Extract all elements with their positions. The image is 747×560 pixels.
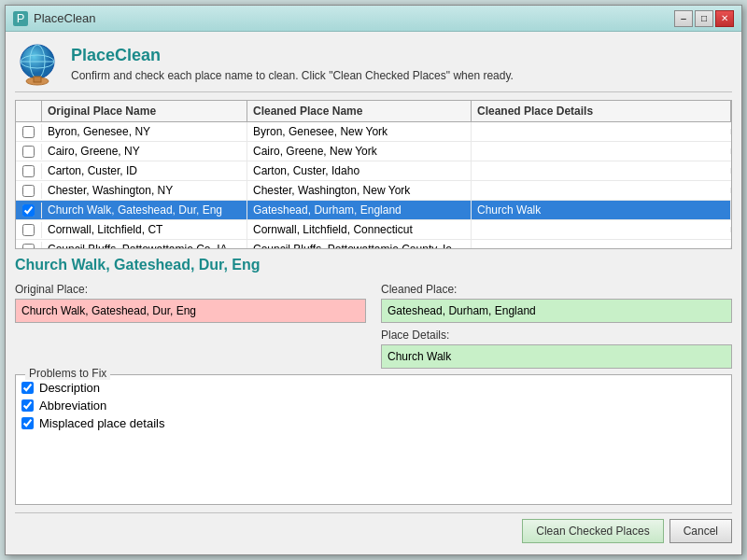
title-bar: P PlaceClean – □ ✕ [6,6,741,32]
row-checkbox[interactable] [22,204,35,217]
table-row[interactable]: Council Bluffs, Pottowattamie Co, IACoun… [16,240,731,248]
row-details [472,246,731,248]
row-original: Cairo, Greene, NY [42,142,247,161]
row-cleaned: Cairo, Greene, New York [247,142,472,161]
row-original: Cornwall, Litchfield, CT [42,220,247,239]
cleaned-place-group: Cleaned Place: [381,283,732,323]
problem-checkbox[interactable] [21,417,34,429]
row-checkbox[interactable] [22,224,35,236]
cleaned-place-input[interactable] [381,299,732,323]
problems-body: DescriptionAbbreviationMisplaced place d… [16,375,731,504]
clean-checked-button[interactable]: Clean Checked Places [522,519,663,543]
title-bar-left: P PlaceClean [13,11,96,26]
problem-label: Misplaced place details [39,416,164,430]
footer: Clean Checked Places Cancel [15,512,732,545]
minimize-button[interactable]: – [674,10,693,27]
original-place-input[interactable] [15,299,366,323]
row-cleaned: Carton, Custer, Idaho [247,161,472,180]
row-checkbox[interactable] [22,185,35,197]
title-buttons: – □ ✕ [674,10,734,27]
row-cleaned: Cornwall, Litchfield, Connecticut [247,220,472,239]
selected-place-title: Church Walk, Gateshead, Dur, Eng [15,257,732,277]
maximize-button[interactable]: □ [695,10,713,27]
row-details [472,129,731,134]
problem-checkbox[interactable] [21,399,34,412]
problem-checkbox[interactable] [21,382,34,394]
places-table: Original Place Name Cleaned Place Name C… [15,100,732,249]
row-details [472,188,731,193]
place-details-group: Place Details: [381,329,732,369]
place-details-label: Place Details: [381,329,732,342]
row-original: Byron, Genesee, NY [42,122,247,141]
table-row[interactable]: Carton, Custer, IDCarton, Custer, Idaho [16,161,731,181]
row-checkbox-cell[interactable] [16,242,42,249]
row-checkbox[interactable] [22,126,35,138]
problem-item: Abbreviation [21,399,726,413]
table-body[interactable]: Byron, Genesee, NYByron, Genesee, New Yo… [16,122,731,248]
row-checkbox[interactable] [22,244,35,249]
row-checkbox-cell[interactable] [16,163,42,179]
row-cleaned: Council Bluffs, Pottowattamie County, Io… [247,240,472,248]
row-checkbox[interactable] [22,165,35,177]
original-place-group: Original Place: [15,283,366,323]
col-cleaned: Cleaned Place Name [247,101,472,121]
row-checkbox[interactable] [22,146,35,158]
row-checkbox-cell[interactable] [16,203,42,218]
col-checkbox [16,101,42,121]
row-details: Church Walk [472,201,731,219]
row-original: Council Bluffs, Pottowattamie Co, IA [42,240,247,248]
table-row[interactable]: Chester, Washington, NYChester, Washingt… [16,181,731,201]
svg-text:P: P [17,11,25,25]
place-details-input[interactable] [381,344,732,369]
row-cleaned: Chester, Washington, New York [247,181,472,200]
header-section: PlaceClean Confirm and check each place … [15,41,732,92]
row-checkbox-cell[interactable] [16,144,42,160]
table-row[interactable]: Church Walk, Gateshead, Dur, EngGateshea… [16,201,731,220]
row-original: Church Walk, Gateshead, Dur, Eng [42,201,247,219]
right-fields: Cleaned Place: Place Details: [381,283,732,369]
cleaned-place-label: Cleaned Place: [381,283,732,296]
row-checkbox-cell[interactable] [16,183,42,199]
detail-section: Church Walk, Gateshead, Dur, Eng Origina… [15,257,732,505]
app-logo [15,41,60,86]
table-row[interactable]: Cornwall, Litchfield, CTCornwall, Litchf… [16,220,731,240]
col-details: Cleaned Place Details [472,101,731,121]
problem-label: Description [39,381,100,395]
main-window: P PlaceClean – □ ✕ [5,5,742,555]
row-checkbox-cell[interactable] [16,222,42,238]
app-title-icon: P [13,11,28,26]
close-button[interactable]: ✕ [715,10,734,27]
row-details [472,227,731,232]
problem-label: Abbreviation [39,399,106,413]
row-original: Carton, Custer, ID [42,161,247,180]
original-place-label: Original Place: [15,283,366,296]
row-cleaned: Byron, Genesee, New York [247,122,472,141]
row-details [472,168,731,174]
fields-row-top: Original Place: Cleaned Place: Place Det… [15,283,732,369]
row-cleaned: Gateshead, Durham, England [247,201,472,219]
row-details [472,148,731,154]
row-checkbox-cell[interactable] [16,124,42,140]
content-area: PlaceClean Confirm and check each place … [6,32,741,554]
row-original: Chester, Washington, NY [42,181,247,200]
header-text: PlaceClean Confirm and check each place … [71,46,514,82]
table-header: Original Place Name Cleaned Place Name C… [16,101,731,122]
problems-legend: Problems to Fix [25,367,110,380]
table-row[interactable]: Byron, Genesee, NYByron, Genesee, New Yo… [16,122,731,142]
app-name: PlaceClean [71,46,514,65]
col-original: Original Place Name [42,101,247,121]
table-row[interactable]: Cairo, Greene, NYCairo, Greene, New York [16,142,731,161]
cancel-button[interactable]: Cancel [669,519,732,543]
window-title: PlaceClean [34,11,96,25]
app-description: Confirm and check each place name to cle… [71,69,514,82]
problems-to-fix-group: Problems to Fix DescriptionAbbreviationM… [15,374,732,505]
svg-rect-7 [34,77,41,82]
problem-item: Description [21,381,726,395]
problem-item: Misplaced place details [21,416,726,430]
